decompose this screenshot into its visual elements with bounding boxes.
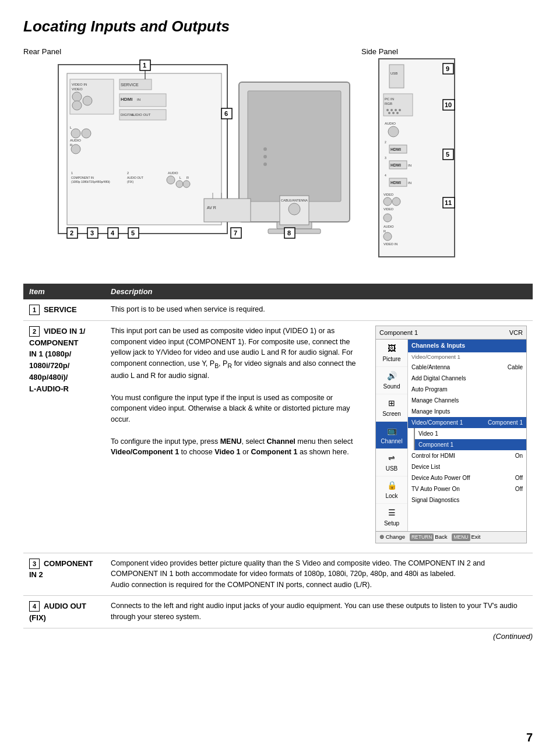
menu-item-manage-inputs: Manage Inputs <box>408 406 526 417</box>
menu-item-tv-auto-on: TV Auto Power OnOff <box>408 483 526 494</box>
svg-text:AUDIO: AUDIO <box>383 225 394 228</box>
sidebar-picture: 🖼 Picture <box>376 340 407 367</box>
svg-point-64 <box>288 203 300 215</box>
menu-right-title: Channels & Inputs <box>408 340 526 352</box>
svg-point-76 <box>399 109 401 111</box>
item-desc-1: This port is to be used when service is … <box>105 299 533 320</box>
menu-item-cable: Cable/AntennaCable <box>408 362 526 373</box>
svg-text:USB: USB <box>390 72 397 75</box>
svg-text:HDMI: HDMI <box>390 163 401 167</box>
svg-point-103 <box>383 214 392 222</box>
sidebar-screen: ⊞ Screen <box>376 394 407 422</box>
item-desc-2: Component 1 VCR 🖼 Picture 🔊 <box>105 320 533 553</box>
svg-point-29 <box>167 176 175 184</box>
menu-item-add-digital: Add Digital Channels <box>408 373 526 384</box>
item-number-1: 1 <box>29 305 40 315</box>
menu-body: 🖼 Picture 🔊 Sound ⊞ Screen <box>376 340 526 531</box>
footer-back: RETURN Back <box>410 533 448 541</box>
menu-header-left: Component 1 <box>379 328 418 338</box>
col-desc-header: Description <box>105 284 533 299</box>
svg-text:VIDEO: VIDEO <box>72 87 83 91</box>
svg-text:L: L <box>180 176 181 179</box>
sidebar-usb: ⇌ USB <box>376 449 407 476</box>
svg-text:AUDIO: AUDIO <box>385 122 396 125</box>
menu-left-sidebar: 🖼 Picture 🔊 Sound ⊞ Screen <box>376 340 408 531</box>
svg-text:2: 2 <box>385 140 386 144</box>
svg-text:HDMI: HDMI <box>390 181 401 185</box>
svg-text:(1080p 1080i/720p/480p/480i): (1080p 1080i/720p/480p/480i) <box>71 180 110 183</box>
svg-text:7: 7 <box>234 229 237 236</box>
item-desc-3: Component video provides better picture … <box>105 553 533 595</box>
svg-point-49 <box>263 147 267 151</box>
svg-text:RGB: RGB <box>385 102 392 105</box>
svg-text:AUDIO OUT: AUDIO OUT <box>127 176 143 179</box>
svg-text:3: 3 <box>90 229 94 236</box>
sidebar-sound: 🔊 Sound <box>376 367 407 394</box>
table-row: 2 VIDEO IN 1/COMPONENTIN 1 (1080p/1080i/… <box>23 320 533 553</box>
svg-text:4: 4 <box>385 174 386 177</box>
sidebar-setup: ☰ Setup <box>376 504 407 531</box>
svg-text:R: R <box>186 176 189 179</box>
svg-point-21 <box>71 144 80 154</box>
svg-text:5: 5 <box>131 229 135 236</box>
menu-header-right: VCR <box>509 328 523 338</box>
svg-text:COMPONENT IN: COMPONENT IN <box>71 176 94 179</box>
menu-item-video-component: Video/Component 1Component 1 <box>408 417 526 428</box>
item-label-1: SERVICE <box>44 305 77 314</box>
page-title: Locating Inputs and Outputs <box>23 17 533 36</box>
svg-text:CABLE/ANTENNA: CABLE/ANTENNA <box>281 199 308 202</box>
menu-header: Component 1 VCR <box>376 326 526 340</box>
svg-text:HDMI: HDMI <box>121 97 132 102</box>
svg-point-75 <box>395 109 397 111</box>
svg-text:9: 9 <box>446 65 449 72</box>
svg-text:1: 1 <box>143 62 146 69</box>
svg-text:IN: IN <box>137 98 140 101</box>
menu-item-auto-program: Auto Program <box>408 384 526 395</box>
item-number-2: 2 <box>29 326 40 337</box>
table-row: 1 SERVICE This port is to be used when s… <box>23 299 533 320</box>
info-table: Item Description 1 SERVICE This port is … <box>23 284 533 628</box>
svg-text:VIDEO: VIDEO <box>383 193 394 196</box>
svg-rect-66 <box>389 65 404 88</box>
svg-text:11: 11 <box>445 199 452 206</box>
svg-text:IN: IN <box>408 181 411 185</box>
svg-rect-56 <box>204 199 251 222</box>
svg-point-98 <box>383 197 392 206</box>
svg-text:VIDEO IN: VIDEO IN <box>72 83 87 86</box>
sidebar-lock: 🔒 Lock <box>376 476 407 504</box>
continued-text: (Continued) <box>23 632 533 641</box>
svg-text:AUDIO: AUDIO <box>168 171 178 175</box>
svg-rect-46 <box>248 91 341 202</box>
svg-text:2: 2 <box>70 229 73 236</box>
svg-text:VIDEO IN: VIDEO IN <box>383 242 397 246</box>
svg-point-50 <box>263 155 267 158</box>
svg-text:AV R: AV R <box>207 206 216 210</box>
svg-text:6: 6 <box>224 110 228 117</box>
svg-point-51 <box>263 162 267 166</box>
item-number-4: 4 <box>29 601 40 612</box>
page-number: 7 <box>526 731 533 744</box>
svg-point-79 <box>396 112 399 114</box>
menu-sub-item-component1: Component 1 <box>415 439 526 450</box>
svg-point-17 <box>71 129 80 138</box>
svg-point-83 <box>388 126 399 137</box>
svg-text:HDMI: HDMI <box>390 147 401 151</box>
footer-exit: MENU Exit <box>452 533 480 541</box>
svg-text:1: 1 <box>71 171 73 175</box>
svg-point-73 <box>386 109 389 111</box>
table-row: 3 COMPONENTIN 2 Component video provides… <box>23 553 533 595</box>
svg-text:R: R <box>383 229 386 233</box>
svg-point-18 <box>82 129 91 138</box>
sidebar-channel: 📺 Channel <box>376 422 407 449</box>
svg-text:2: 2 <box>127 171 129 175</box>
menu-right-subtitle: Video/Component 1 <box>408 352 526 362</box>
menu-footer: ⊕ Change RETURN Back MENU Exit <box>376 531 526 542</box>
svg-text:PC IN: PC IN <box>385 97 394 101</box>
menu-screenshot: Component 1 VCR 🖼 Picture 🔊 <box>375 326 527 543</box>
svg-text:AUDIO: AUDIO <box>70 139 81 142</box>
svg-point-77 <box>388 112 390 114</box>
item-number-3: 3 <box>29 559 40 569</box>
col-item-header: Item <box>23 284 105 299</box>
svg-point-74 <box>390 109 393 111</box>
svg-text:5: 5 <box>446 151 449 158</box>
